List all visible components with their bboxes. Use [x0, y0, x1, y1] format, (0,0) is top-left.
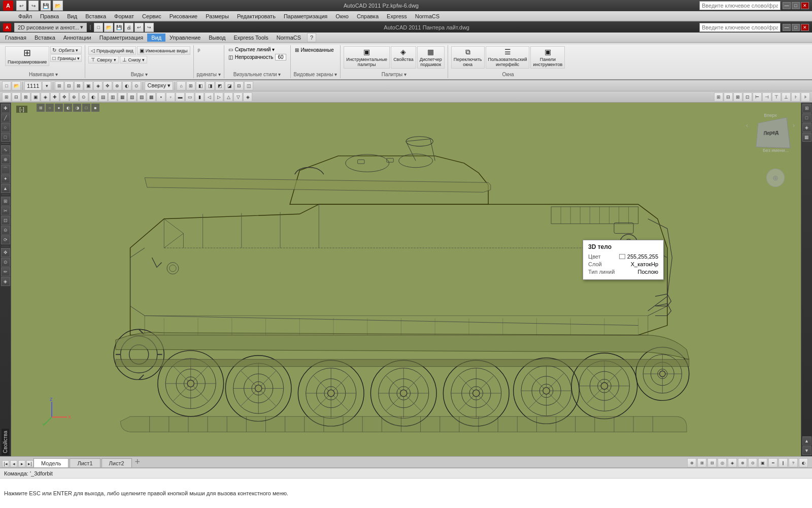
tb2-btn1[interactable]: ⊞ [2, 92, 11, 102]
btn-borders[interactable]: □ Границы ▾ [50, 54, 82, 62]
btn-prev-view[interactable]: ◁ Предыдущий вид [88, 46, 136, 55]
tool-move[interactable]: ✥ [1, 248, 10, 257]
maximize-outer[interactable]: □ [792, 2, 800, 9]
tb-btn1[interactable]: ⊞ [55, 81, 64, 90]
tab-last[interactable]: ▸| [26, 460, 33, 467]
tb-open[interactable]: 📂 [12, 81, 21, 90]
tool-hatch[interactable]: ✦ [1, 174, 10, 183]
tb2-btn14[interactable]: ▧ [127, 92, 137, 102]
menu-dim-outer[interactable]: Размеры [201, 12, 233, 20]
tb-layer-drop[interactable]: ▾ [42, 81, 51, 90]
ducs-btn[interactable]: ⊙ [748, 458, 757, 467]
menu-express-outer[interactable]: Express [383, 12, 411, 20]
tb2-btn21[interactable]: ▮ [195, 92, 204, 102]
tb2-btn16[interactable]: ▩ [147, 92, 156, 102]
btn-switch-windows[interactable]: ⧉ Переключитьокна [451, 46, 485, 69]
tool-mirror[interactable]: ⊝ [1, 226, 10, 235]
undo-btn-outer[interactable]: ↩ [16, 1, 26, 11]
tb2-btn-r7[interactable]: ⊤ [772, 92, 781, 102]
quick-open[interactable]: 📂 [104, 23, 113, 32]
tb-btn6[interactable]: ✥ [103, 81, 112, 90]
tb-btn9[interactable]: ⊙ [132, 81, 141, 90]
tab-next[interactable]: ▸ [18, 460, 25, 467]
menu-window-outer[interactable]: Окно [331, 12, 353, 20]
polar-btn[interactable]: ◎ [718, 458, 727, 467]
tb2-btn6[interactable]: ✚ [50, 92, 59, 102]
search-inner[interactable] [699, 23, 781, 32]
tb2-btn13[interactable]: ▦ [118, 92, 127, 102]
close-outer[interactable]: ✕ [801, 2, 809, 9]
tb2-btn-r6[interactable]: ⊣ [762, 92, 771, 102]
tb-btn7[interactable]: ⊕ [113, 81, 122, 90]
tb-btn15[interactable]: ◪ [225, 81, 234, 90]
navigation-compass[interactable]: ⊕ [766, 169, 785, 187]
menu-expresstools-inner[interactable]: Express Tools [230, 34, 273, 42]
btn-tool-bars[interactable]: ▣ Панелиинструментов [530, 46, 565, 69]
workspace-dropdown[interactable]: 2D рисование и аннот... ▾ [14, 23, 87, 32]
viewcube-right-arrow[interactable]: › [793, 122, 795, 129]
quick-save[interactable]: 💾 [114, 23, 123, 32]
vp-btn4[interactable]: ◐ [64, 104, 72, 112]
tb-btn17[interactable]: ◫ [244, 81, 253, 90]
tool-spline[interactable]: ⌒ [1, 165, 10, 174]
tab-first[interactable]: |◂ [2, 460, 9, 467]
tb2-btn9[interactable]: ⊙ [79, 92, 88, 102]
tb2-btn-r4[interactable]: ⊡ [743, 92, 752, 102]
tb2-btn23[interactable]: ▷ [214, 92, 223, 102]
layer-name[interactable]: 1111 [24, 81, 42, 90]
tab-add[interactable]: + [133, 457, 141, 467]
btn-sheet-set[interactable]: ▦ Диспетчерподшивок [417, 46, 445, 69]
help-btn[interactable]: ? [307, 33, 316, 42]
menu-param-inner[interactable]: Параметризация [95, 34, 147, 42]
tb2-btn-r3[interactable]: ⊠ [733, 92, 742, 102]
menu-help-outer[interactable]: Справка [353, 12, 383, 20]
viewcube[interactable]: Вперх Перед Без имени... › ‹ [750, 113, 791, 153]
tb2-btn-r1[interactable]: ⊞ [714, 92, 723, 102]
btn-properties[interactable]: ◈ Свойства [391, 46, 416, 69]
tool-arc[interactable]: ∿ [1, 145, 10, 154]
rs-btn1[interactable]: ⊞ [802, 104, 811, 113]
tb2-btn24[interactable]: △ [224, 92, 233, 102]
menu-home-inner[interactable]: Главная [1, 34, 30, 42]
tb-btn16[interactable]: ⊟ [234, 81, 244, 90]
tb-btn3[interactable]: ⊠ [74, 81, 83, 90]
tool-cut[interactable]: ✂ [1, 206, 10, 215]
tool-triangle[interactable]: ▲ [1, 184, 10, 193]
qp-btn[interactable]: ? [789, 458, 798, 467]
menu-format-outer[interactable]: Формат [110, 12, 138, 20]
grid-btn[interactable]: ⊞ [697, 458, 706, 467]
tool-circle[interactable]: ○ [1, 123, 10, 132]
menu-view-inner[interactable]: Вид [147, 34, 165, 42]
vp-btn5[interactable]: ◑ [73, 104, 81, 112]
lw-btn[interactable]: ━ [768, 458, 777, 467]
tb2-btn4[interactable]: ▣ [31, 92, 40, 102]
tool-cross[interactable]: ✚ [1, 104, 10, 113]
tb2-btn12[interactable]: ▥ [108, 92, 117, 102]
menu-insert-inner[interactable]: Вставка [30, 34, 59, 42]
transparency-value[interactable]: 60 [275, 54, 286, 60]
tb2-btn-r8[interactable]: ⊥ [782, 92, 791, 102]
tb2-btn17[interactable]: ▪ [156, 92, 165, 102]
btn-top[interactable]: ⊤ Сверху ▾ [88, 56, 119, 64]
minimize-outer[interactable]: — [783, 2, 791, 9]
tool-text[interactable]: ✏ [1, 267, 10, 276]
menu-modify-outer[interactable]: Редактировать [233, 12, 280, 20]
tb-btn14[interactable]: ◩ [215, 81, 224, 90]
osnap-btn[interactable]: ◈ [728, 458, 737, 467]
tool-polyline[interactable]: ⊕ [1, 155, 10, 164]
menu-output-inner[interactable]: Вывод [205, 34, 229, 42]
command-line[interactable]: Команда: '_3dforbit [0, 468, 812, 479]
vp-btn6[interactable]: □ [82, 104, 90, 112]
tb-btn5[interactable]: ◈ [93, 81, 103, 90]
restore-inner[interactable]: □ [792, 24, 800, 31]
tb-btn2[interactable]: ⊟ [64, 81, 74, 90]
menu-param-outer[interactable]: Параметризация [280, 12, 331, 20]
viewcube-face[interactable]: Перед [756, 117, 791, 148]
view-sверху[interactable]: Сверху ▾ [145, 81, 173, 90]
ortho-btn[interactable]: ⊟ [707, 458, 717, 467]
quick-redo[interactable]: ↪ [145, 23, 154, 32]
save-btn-outer[interactable]: 💾 [41, 1, 51, 11]
menu-manage-inner[interactable]: Управление [165, 34, 205, 42]
tb-btn13[interactable]: ◨ [206, 81, 215, 90]
tb2-btn22[interactable]: ◁ [205, 92, 214, 102]
